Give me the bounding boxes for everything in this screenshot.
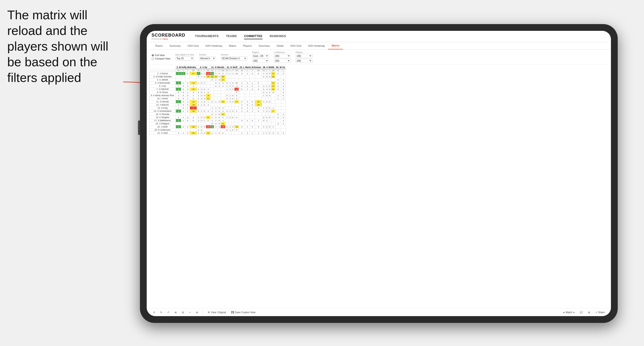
tab-teams[interactable]: Teams [152, 42, 166, 49]
separator-1 [203, 310, 203, 315]
tab-h2h-heatmap[interactable]: H2H Heatmap [202, 42, 226, 49]
comment-button[interactable]: 💬 [578, 310, 584, 315]
col-header-woods: 11. G Woods [210, 66, 225, 69]
tab-players[interactable]: Players [240, 42, 255, 49]
table-row: 5. A Nomrowski 310-11 101 014 01025 1210… [149, 81, 286, 85]
undo-button[interactable]: ↺ [152, 310, 156, 315]
annotation-text: The matrix will reload and the players s… [7, 7, 123, 86]
top-nav: SCOREBOARD Powered by clippd TOURNAMENTS… [147, 31, 611, 42]
table-row: 20. E Andersson 22 0108 [149, 128, 286, 132]
table-row: 19. J Karth 31018 400-20 130-35 210-18 0… [149, 125, 286, 128]
bottom-toolbar: ↺ ↻ ↶ ⊕ ⊟ + ⊕ [147, 308, 611, 316]
watch-label: Watch [566, 311, 572, 314]
nav-tournaments[interactable]: TOURNAMENTS [195, 33, 219, 39]
comment-icon: 💬 [580, 311, 583, 314]
share-label: Share [598, 311, 605, 314]
watch-button[interactable]: ● Watch ▾ [562, 310, 576, 315]
forward-button[interactable]: ⊕ [173, 310, 178, 315]
reset-icon: ⊕ [196, 311, 198, 314]
nav-items: TOURNAMENTS TEAMS COMMITTEE RANKINGS [195, 33, 286, 39]
conference-select[interactable]: (All) [274, 54, 291, 58]
players-all-select[interactable]: (All) [296, 59, 312, 63]
back-icon: ↶ [168, 311, 170, 314]
col-header-webb: 38. A Webb [262, 66, 275, 69]
filters-row: Full View Compact View Max players in vi… [147, 50, 611, 65]
tablet-device: SCOREBOARD Powered by clippd TOURNAMENTS… [140, 24, 618, 323]
nav-rankings[interactable]: RANKINGS [270, 33, 286, 39]
logo-scoreboard: SCOREBOARD [152, 33, 185, 38]
reset-button[interactable]: ⊕ [194, 310, 199, 315]
max-players-select[interactable]: Top 25 [175, 56, 194, 60]
share-icon: ↗ [595, 311, 597, 314]
radio-full-view[interactable]: Full View [152, 54, 170, 57]
tab-h2h-heatmap2[interactable]: H2H Heatmap [305, 42, 328, 49]
table-row: 13. N Klug 101-2 1203 0210 1001 [149, 107, 286, 110]
table-row: 9. A Maria Jimenez Rios 1001 100-9 0102 … [149, 94, 286, 97]
filter-max-players: Max players in view Top 25 [175, 53, 194, 60]
table-row: 3. S Jelinek 02017 01 [149, 78, 286, 81]
save-custom-button[interactable]: 💾 Save Custom View [230, 310, 257, 315]
tab-h2h-grid[interactable]: H2H Grid [184, 42, 202, 49]
col-header-ady: 6. A Dy [197, 66, 210, 69]
table-row: 8. M Torres 0010 2018 3 0108 0 [149, 91, 286, 94]
table-row: 10. L Perini 3010 14011 0102 11 [149, 97, 286, 100]
logo-sub: Powered by clippd [152, 38, 185, 40]
col-header-za: 60. W Za [275, 66, 286, 69]
nav-committee[interactable]: COMMITTEE [244, 33, 262, 39]
tablet-side-button [138, 121, 140, 135]
share-button[interactable]: ↗ Share [594, 310, 606, 315]
grid-icon: ⊞ [588, 311, 590, 314]
plus-button[interactable]: + [188, 310, 192, 315]
table-row: 21. O Stoll 41039 10014 1100 2211 1109 0… [149, 132, 286, 135]
col-header-mulcahy: 2. M Kelly Mulcahy [176, 66, 197, 69]
conference-all-select[interactable]: (All) [274, 59, 291, 63]
table-row: 7. O Mitchell 30018 2202 120-4 0104 0402… [149, 88, 286, 91]
matrix-area[interactable]: 2. M Kelly Mulcahy 6. A Dy 11. G Woods 2… [147, 65, 611, 308]
region-all-select[interactable]: (All) [252, 59, 269, 63]
table-row: 12. A Bianchi 200-58 1104 20025 [149, 103, 286, 107]
save-icon: 💾 [231, 311, 234, 314]
radio-dot-compact [152, 58, 154, 60]
view-radio-group: Full View Compact View [152, 54, 170, 60]
gender-select[interactable]: Women's [199, 56, 216, 60]
table-row: 6. A Dy 700-1 014 120-4 0104 04024 23 [149, 85, 286, 88]
table-row: 1. J Garcia 31027 301-11 4100 11110 0106… [149, 72, 286, 75]
region-select[interactable]: East - DII [252, 54, 269, 58]
matrix-table: 2. M Kelly Mulcahy 6. A Dy 11. G Woods 2… [149, 66, 286, 135]
logo-area: SCOREBOARD Powered by clippd [152, 33, 185, 40]
undo-icon: ↺ [153, 311, 155, 314]
players-select[interactable]: (All) [296, 54, 312, 58]
sub-nav: Teams Summary H2H Grid H2H Heatmap Matri… [147, 42, 611, 50]
table-row: 15. H Stranda 02011 01 [149, 113, 286, 116]
tablet-screen: SCOREBOARD Powered by clippd TOURNAMENTS… [147, 31, 611, 316]
table-row: 2. M Kelly Mulcahy 07040 110050 06046 [149, 75, 286, 78]
table-row: 17. D Ballesteros 3105 2010 1101 0207 01… [149, 119, 286, 122]
tab-matrix2[interactable]: Matrix [328, 42, 343, 49]
filter-division: Division NCAA Division II [221, 53, 247, 60]
watch-icon: ● [563, 311, 564, 314]
zoom-icon: ⊟ [182, 311, 184, 314]
col-header-stoll: 21. O Stoll [225, 66, 239, 69]
col-header-row: 2. M Kelly Mulcahy 6. A Dy 11. G Woods 2… [149, 66, 286, 69]
plus-icon: + [189, 311, 190, 314]
save-custom-label: Save Custom View [235, 311, 255, 314]
table-row: 11. G Woods 10014 1101 01014 14017 24020… [149, 100, 286, 103]
redo-button[interactable]: ↻ [159, 310, 164, 315]
tab-h2h-grid2[interactable]: H2H Grid [287, 42, 305, 49]
back-button[interactable]: ↶ [166, 310, 171, 315]
grid-button[interactable]: ⊞ [586, 310, 592, 315]
nav-teams[interactable]: TEAMS [226, 33, 237, 39]
table-row: 16. K Mcgaha 2103 10011 1000 1003 0207 0… [149, 116, 286, 119]
radio-dot-full [152, 54, 154, 57]
zoom-button[interactable]: ⊟ [180, 310, 185, 315]
division-select[interactable]: NCAA Division II [221, 56, 247, 60]
view-original-button[interactable]: 👁 View: Original [206, 310, 228, 315]
tab-summary2[interactable]: Summary [255, 42, 274, 49]
watch-chevron: ▾ [573, 311, 574, 314]
tab-detail[interactable]: Detail [274, 42, 287, 49]
tab-summary[interactable]: Summary [166, 42, 184, 49]
tab-matrix[interactable]: Matrix [226, 42, 240, 49]
eye-icon: 👁 [208, 311, 210, 314]
view-original-label: View: Original [211, 311, 226, 314]
radio-compact-view[interactable]: Compact View [152, 57, 170, 60]
